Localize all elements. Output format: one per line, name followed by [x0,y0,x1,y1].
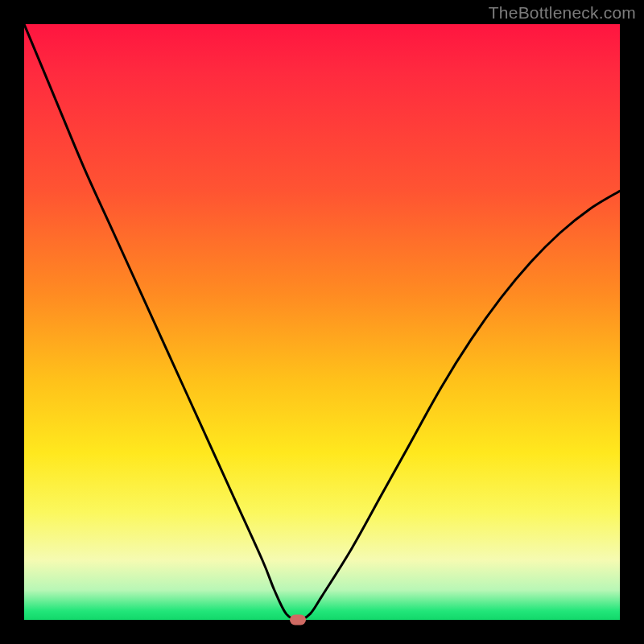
watermark-text: TheBottleneck.com [489,3,636,23]
curve-path [24,24,620,620]
bottleneck-curve [24,24,620,620]
chart-frame: TheBottleneck.com [0,0,644,644]
plot-area [24,24,620,620]
minimum-marker [290,615,306,625]
